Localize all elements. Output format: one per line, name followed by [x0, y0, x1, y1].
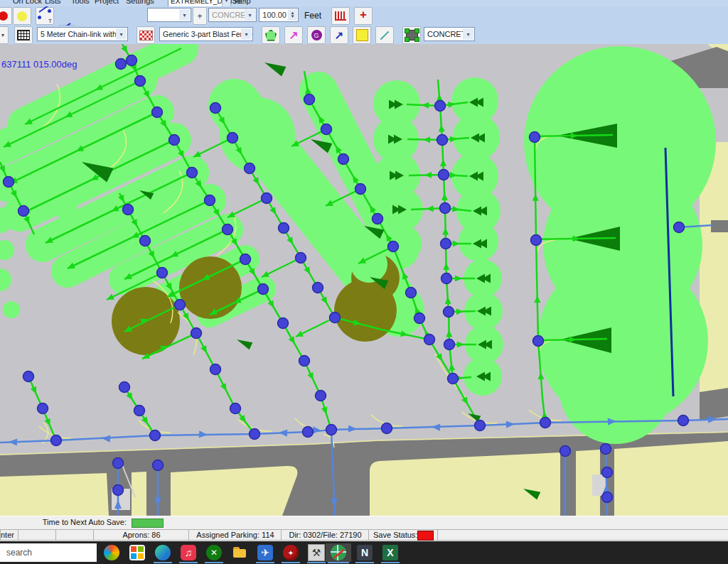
menu-item-settings[interactable]: Settings: [126, 0, 154, 5]
taxi-node[interactable]: [119, 382, 130, 393]
taxi-node[interactable]: [440, 203, 451, 214]
taxi-node[interactable]: [304, 94, 315, 105]
taxi-node[interactable]: [140, 236, 151, 246]
taxi-node[interactable]: [533, 336, 544, 347]
density-combo[interactable]: EXTREMELY_DENSE: [168, 0, 224, 6]
taxi-node[interactable]: [230, 403, 241, 414]
taxi-node[interactable]: [153, 460, 164, 471]
music-app-icon[interactable]: ♫: [176, 543, 200, 562]
map-canvas[interactable]: 637111 015.00deg: [0, 44, 728, 516]
taxi-node[interactable]: [240, 254, 251, 265]
taxi-node[interactable]: [303, 427, 314, 438]
xbox-icon[interactable]: ✕: [202, 543, 226, 562]
width-spinner[interactable]: 100.00 ▲▼: [259, 8, 299, 22]
blue-vector-button[interactable]: ↗: [330, 26, 348, 44]
taxi-node[interactable]: [210, 364, 221, 375]
red-app-icon[interactable]: ✦: [279, 543, 303, 562]
menu-item-project[interactable]: Project: [95, 0, 119, 5]
menu-item-on-lock[interactable]: On Lock: [13, 0, 42, 5]
scenery-tools-icon[interactable]: ⚒: [304, 543, 328, 562]
taxi-node[interactable]: [444, 307, 454, 318]
flight-sim-icon[interactable]: ✈: [253, 543, 277, 562]
taxi-node[interactable]: [223, 224, 233, 235]
taxi-node[interactable]: [210, 103, 221, 114]
taxi-node[interactable]: [262, 193, 272, 204]
taxi-node[interactable]: [135, 76, 146, 87]
taxi-node[interactable]: [382, 423, 392, 434]
taxi-node[interactable]: [245, 163, 255, 174]
checker-tool-button[interactable]: [136, 26, 155, 44]
taxi-node[interactable]: [113, 458, 124, 469]
taxi-node[interactable]: [38, 403, 48, 414]
taxi-node[interactable]: [116, 59, 127, 70]
taxi-node[interactable]: [250, 429, 260, 440]
fence-type-combo[interactable]: 5 Meter Chain-link with be ▾: [37, 27, 128, 41]
taxi-node[interactable]: [18, 206, 29, 217]
taxi-node[interactable]: [602, 492, 613, 503]
taxi-node[interactable]: [228, 133, 238, 143]
taxi-node[interactable]: [157, 268, 168, 278]
grid-tool-button[interactable]: [14, 26, 33, 44]
taxi-node[interactable]: [444, 340, 455, 350]
taxi-node[interactable]: [601, 444, 611, 455]
taskbar-search-input[interactable]: search: [0, 543, 97, 562]
taxi-node[interactable]: [187, 168, 198, 178]
taxi-node[interactable]: [205, 195, 215, 206]
taxi-node[interactable]: [531, 235, 542, 246]
selection-tool-button[interactable]: [402, 26, 421, 44]
taxi-node[interactable]: [4, 177, 14, 188]
excel-icon[interactable]: X: [378, 543, 402, 562]
taxi-node[interactable]: [406, 288, 417, 298]
link-name-combo[interactable]: ▾: [147, 8, 191, 22]
surface-type-combo-2[interactable]: CONCRETE ▾: [424, 27, 475, 41]
taxi-node[interactable]: [123, 205, 134, 215]
taxi-node[interactable]: [321, 124, 332, 135]
taxi-node[interactable]: [127, 55, 137, 66]
taxi-node[interactable]: [540, 418, 551, 428]
menu-item-tools[interactable]: Tools: [71, 0, 90, 5]
taxi-node[interactable]: [560, 446, 571, 457]
clipped-combo-arrow[interactable]: ▾: [0, 26, 9, 44]
spinner-arrows-icon[interactable]: ▲▼: [288, 9, 297, 21]
taxi-node[interactable]: [316, 391, 326, 401]
taxi-node[interactable]: [113, 485, 124, 496]
taxi-node[interactable]: [330, 313, 341, 323]
taxi-node[interactable]: [475, 421, 486, 431]
taxi-node[interactable]: [388, 242, 399, 252]
add-crosshair-button[interactable]: +: [354, 7, 373, 25]
menu-item-help[interactable]: Help: [235, 0, 251, 5]
yellow-square-button[interactable]: [353, 26, 371, 44]
red-circle-tool-button[interactable]: [0, 7, 12, 25]
line-tool-button[interactable]: [375, 26, 394, 44]
taxi-node[interactable]: [674, 222, 685, 233]
surface-type-combo[interactable]: CONCRETE ▾: [208, 8, 257, 22]
add-button[interactable]: +: [193, 7, 207, 25]
taxi-node[interactable]: [437, 135, 448, 146]
file-explorer-icon[interactable]: [228, 543, 252, 562]
taxi-node[interactable]: [441, 273, 452, 284]
taxi-node[interactable]: [355, 184, 366, 195]
menu-item-lists[interactable]: Lists: [45, 0, 61, 5]
taxi-node[interactable]: [414, 313, 425, 324]
taxi-node[interactable]: [191, 328, 202, 339]
edge-browser-icon[interactable]: [151, 543, 175, 562]
taxi-node[interactable]: [23, 372, 34, 382]
taxi-node[interactable]: [678, 416, 689, 426]
taxi-node[interactable]: [530, 132, 540, 143]
generic-building-button[interactable]: G: [307, 26, 326, 44]
taxi-node[interactable]: [326, 425, 337, 435]
taxi-node[interactable]: [278, 318, 289, 329]
chevron-down-icon[interactable]: ▾: [222, 0, 231, 6]
taxi-node[interactable]: [439, 170, 449, 180]
taxi-node[interactable]: [435, 101, 446, 112]
microsoft-store-icon[interactable]: [125, 543, 149, 562]
taxi-node[interactable]: [150, 430, 161, 441]
taxi-node[interactable]: [258, 284, 269, 295]
taxi-node[interactable]: [152, 107, 163, 118]
yellow-circle-tool-button[interactable]: [13, 7, 31, 25]
taxi-node[interactable]: [338, 154, 349, 165]
taxi-node[interactable]: [602, 467, 613, 478]
taxi-node[interactable]: [313, 283, 323, 293]
taxi-node[interactable]: [175, 300, 186, 310]
copilot-icon[interactable]: [100, 543, 124, 562]
